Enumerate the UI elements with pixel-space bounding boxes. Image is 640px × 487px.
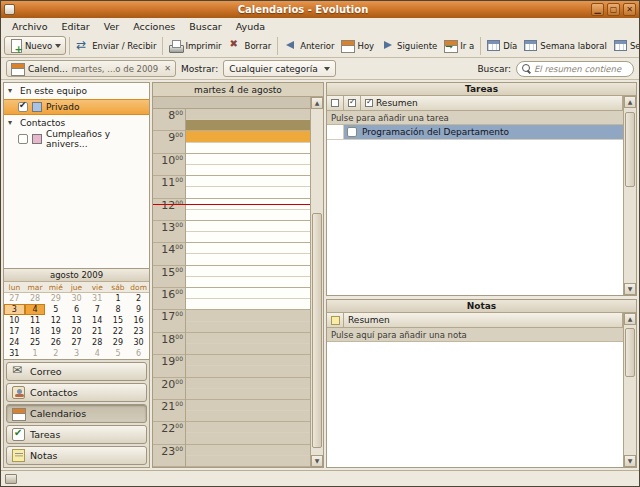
- time-slot[interactable]: [186, 221, 310, 232]
- search-icon[interactable]: [522, 64, 531, 74]
- scroll-up-icon[interactable]: ▲: [311, 97, 323, 109]
- minical-day[interactable]: 4: [87, 348, 108, 359]
- tree-item-privado[interactable]: Privado: [4, 99, 149, 115]
- scroll-up-icon[interactable]: ▲: [624, 96, 636, 108]
- time-slot[interactable]: [186, 154, 310, 165]
- calendar-checkbox[interactable]: [18, 134, 28, 144]
- time-slot[interactable]: [186, 366, 310, 377]
- time-slot[interactable]: [186, 422, 310, 433]
- task-summary-column-header[interactable]: Resumen: [361, 96, 623, 110]
- minical-day[interactable]: 8: [108, 304, 129, 315]
- time-slot[interactable]: [186, 333, 310, 344]
- minical-day[interactable]: 3: [66, 348, 87, 359]
- time-slot[interactable]: [186, 176, 310, 187]
- minical-day[interactable]: 28: [87, 337, 108, 348]
- minical-day[interactable]: 31: [4, 348, 25, 359]
- minical-day[interactable]: 27: [4, 293, 25, 304]
- minical-day[interactable]: 3: [4, 304, 25, 315]
- time-slot[interactable]: [186, 299, 310, 310]
- tree-group-local[interactable]: ▾ En este equipo: [4, 83, 149, 99]
- category-dropdown[interactable]: Cualquier categoría: [223, 60, 335, 77]
- expander-icon[interactable]: ▾: [8, 119, 16, 127]
- time-slot[interactable]: [186, 288, 310, 299]
- notes-scrollbar[interactable]: ▲ ▼: [623, 313, 636, 467]
- menu-ayuda[interactable]: Ayuda: [229, 20, 272, 33]
- switcher-contactos[interactable]: Contactos: [6, 383, 147, 402]
- menu-archivo[interactable]: Archivo: [5, 20, 55, 33]
- minical-day[interactable]: 24: [4, 337, 25, 348]
- task-row[interactable]: Programación del Departamento: [327, 125, 623, 140]
- minical-day[interactable]: 21: [87, 326, 108, 337]
- time-slot[interactable]: [186, 254, 310, 265]
- minical-day[interactable]: 30: [128, 337, 149, 348]
- search-input[interactable]: [534, 64, 628, 74]
- tasks-scrollbar[interactable]: ▲ ▼: [623, 96, 636, 295]
- minical-day[interactable]: 26: [45, 337, 66, 348]
- minimize-button[interactable]: ▁: [591, 3, 604, 16]
- print-button[interactable]: Imprimir: [166, 37, 224, 54]
- scrollbar-track[interactable]: [624, 325, 636, 455]
- minical-day[interactable]: 1: [108, 293, 129, 304]
- minical-day[interactable]: 4: [25, 304, 46, 315]
- minical-day[interactable]: 6: [66, 304, 87, 315]
- minical-day[interactable]: 31: [87, 293, 108, 304]
- switcher-correo[interactable]: Correo: [6, 362, 147, 381]
- time-slot[interactable]: [186, 400, 310, 411]
- minical-day[interactable]: 19: [45, 326, 66, 337]
- note-summary-column-header[interactable]: Resumen: [344, 313, 623, 327]
- scroll-down-icon[interactable]: ▼: [311, 455, 323, 467]
- time-slot[interactable]: [186, 120, 310, 131]
- scroll-down-icon[interactable]: ▼: [624, 455, 636, 467]
- add-task-row[interactable]: Pulse para añadir una tarea: [327, 111, 623, 125]
- time-slot[interactable]: [186, 232, 310, 243]
- minical-day[interactable]: 5: [45, 304, 66, 315]
- minical-day[interactable]: 25: [25, 337, 46, 348]
- minical-day[interactable]: 16: [128, 315, 149, 326]
- minical-day[interactable]: 28: [25, 293, 46, 304]
- task-complete-column-header[interactable]: [344, 96, 361, 110]
- task-complete-checkbox[interactable]: [347, 127, 357, 137]
- goto-button[interactable]: Ir a: [441, 37, 477, 54]
- maximize-button[interactable]: ▢: [607, 3, 620, 16]
- window-menu-icon[interactable]: [4, 4, 15, 15]
- today-button[interactable]: Hoy: [338, 37, 377, 54]
- scroll-down-icon[interactable]: ▼: [624, 283, 636, 295]
- new-dropdown-icon[interactable]: [55, 44, 61, 48]
- time-slot[interactable]: [186, 445, 310, 456]
- minical-day[interactable]: 7: [87, 304, 108, 315]
- time-slot[interactable]: [186, 456, 310, 467]
- add-note-row[interactable]: Pulse aquí para añadir una nota: [327, 328, 623, 342]
- minical-day[interactable]: 2: [45, 348, 66, 359]
- minical-day[interactable]: 6: [128, 348, 149, 359]
- next-button[interactable]: Siguiente: [378, 37, 440, 54]
- time-slot[interactable]: [186, 210, 310, 221]
- time-slot[interactable]: [186, 310, 310, 321]
- notes-empty-area[interactable]: [327, 342, 623, 467]
- menu-acciones[interactable]: Acciones: [126, 20, 182, 33]
- scrollbar-track[interactable]: [624, 108, 636, 283]
- scroll-up-icon[interactable]: ▲: [624, 313, 636, 325]
- new-button[interactable]: Nuevo: [4, 36, 66, 55]
- time-slot[interactable]: [186, 131, 310, 142]
- minical-day[interactable]: 20: [66, 326, 87, 337]
- minical-day[interactable]: 11: [25, 315, 46, 326]
- tab-close-icon[interactable]: ✕: [162, 64, 171, 73]
- time-slot[interactable]: [186, 187, 310, 198]
- week-view-button[interactable]: Semana: [611, 38, 639, 53]
- work-week-view-button[interactable]: Semana laboral: [521, 38, 610, 53]
- time-slot[interactable]: [186, 143, 310, 154]
- minical-day[interactable]: 27: [66, 337, 87, 348]
- minical-day[interactable]: 17: [4, 326, 25, 337]
- minical-day[interactable]: 18: [25, 326, 46, 337]
- task-type-column-header[interactable]: [327, 96, 344, 110]
- time-slot[interactable]: [186, 277, 310, 288]
- switcher-notas[interactable]: Notas: [6, 446, 147, 465]
- expander-icon[interactable]: ▾: [8, 87, 16, 95]
- minical-day[interactable]: 30: [66, 293, 87, 304]
- tasks-empty-area[interactable]: [327, 140, 623, 295]
- delete-button[interactable]: Borrar: [226, 37, 275, 54]
- minical-day[interactable]: 1: [25, 348, 46, 359]
- time-slot[interactable]: [186, 243, 310, 254]
- status-icon[interactable]: [5, 474, 17, 484]
- day-view-scrollbar[interactable]: ▲ ▼: [310, 97, 323, 467]
